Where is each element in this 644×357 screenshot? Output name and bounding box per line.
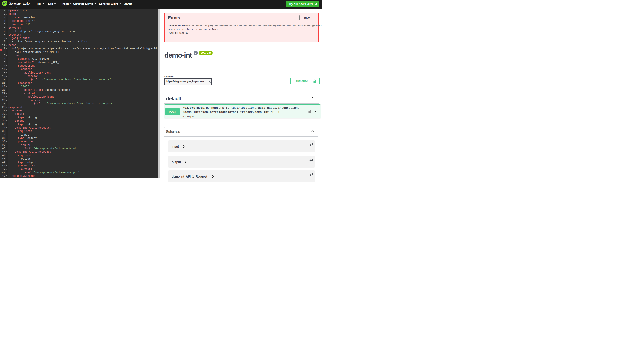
svg-text:}: } (6, 2, 7, 5)
